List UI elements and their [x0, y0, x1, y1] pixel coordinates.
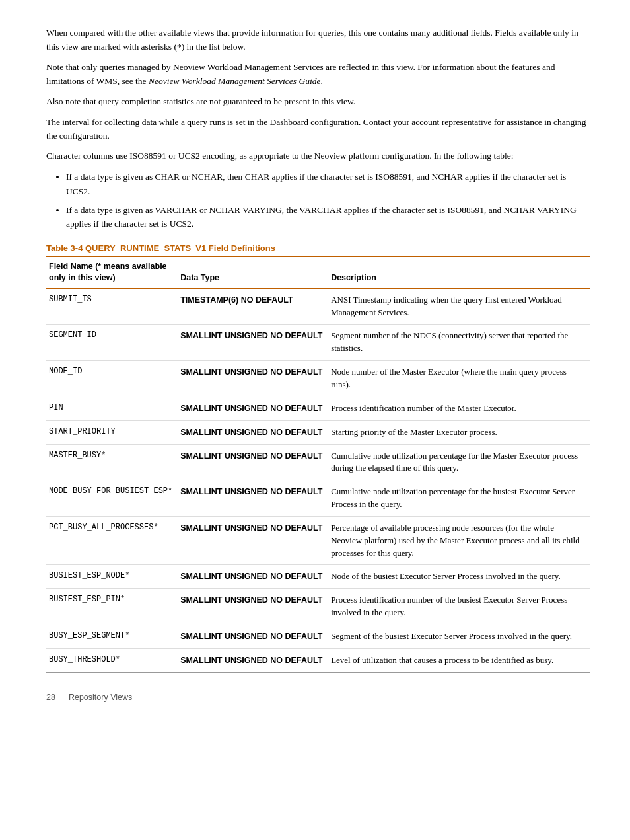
data-type-cell: SMALLINT UNSIGNED NO DEFAULT	[178, 397, 328, 420]
field-name-cell: PCT_BUSY_ALL_PROCESSES*	[46, 516, 178, 565]
description-cell: ANSI Timestamp indicating when the query…	[328, 288, 590, 325]
data-type-cell: SMALLINT UNSIGNED NO DEFAULT	[178, 325, 328, 361]
field-name-cell: NODE_BUSY_FOR_BUSIEST_ESP*	[46, 480, 178, 517]
table-heading: Table 3-4 QUERY_RUNTIME_STATS_V1 Field D…	[46, 243, 590, 253]
field-name-cell: START_PRIORITY	[46, 420, 178, 444]
table-row: NODE_IDSMALLINT UNSIGNED NO DEFAULTNode …	[46, 361, 590, 397]
col1-header: Field Name (* means available only in th…	[46, 256, 178, 289]
intro-para2-end: .	[320, 76, 322, 86]
data-type-cell: SMALLINT UNSIGNED NO DEFAULT	[178, 480, 328, 517]
description-cell: Node of the busiest Executor Server Proc…	[328, 565, 590, 589]
description-cell: Node number of the Master Executor (wher…	[328, 361, 590, 397]
footer-label: Repository Views	[69, 693, 132, 702]
field-name-cell: BUSIEST_ESP_NODE*	[46, 565, 178, 589]
description-cell: Level of utilization that causes a proce…	[328, 648, 590, 672]
field-name-cell: BUSIEST_ESP_PIN*	[46, 589, 178, 625]
description-cell: Process identification number of the bus…	[328, 589, 590, 625]
description-cell: Starting priority of the Master Executor…	[328, 420, 590, 444]
description-cell: Cumulative node utilization percentage f…	[328, 480, 590, 517]
table-row: START_PRIORITYSMALLINT UNSIGNED NO DEFAU…	[46, 420, 590, 444]
table-row: PCT_BUSY_ALL_PROCESSES*SMALLINT UNSIGNED…	[46, 516, 590, 565]
table-row: PINSMALLINT UNSIGNED NO DEFAULTProcess i…	[46, 397, 590, 420]
data-type-cell: SMALLINT UNSIGNED NO DEFAULT	[178, 444, 328, 480]
data-type-cell: SMALLINT UNSIGNED NO DEFAULT	[178, 565, 328, 589]
data-type-cell: SMALLINT UNSIGNED NO DEFAULT	[178, 361, 328, 397]
field-name-cell: SUBMIT_TS	[46, 288, 178, 325]
field-name-cell: PIN	[46, 397, 178, 420]
field-name-cell: MASTER_BUSY*	[46, 444, 178, 480]
table-row: BUSIEST_ESP_NODE*SMALLINT UNSIGNED NO DE…	[46, 565, 590, 589]
description-cell: Segment of the busiest Executor Server P…	[328, 625, 590, 648]
data-type-cell: TIMESTAMP(6) NO DEFAULT	[178, 288, 328, 325]
description-cell: Cumulative node utilization percentage f…	[328, 444, 590, 480]
bullet-list: If a data type is given as CHAR or NCHAR…	[66, 170, 590, 231]
intro-para4: The interval for collecting data while a…	[46, 116, 590, 143]
field-name-cell: SEGMENT_ID	[46, 325, 178, 361]
col3-header: Description	[328, 256, 590, 289]
intro-para5: Character columns use ISO88591 or UCS2 e…	[46, 149, 590, 163]
intro-italic: Neoview Workload Management Services Gui…	[149, 76, 320, 86]
page-number: 28	[46, 693, 55, 702]
table-header-row: Field Name (* means available only in th…	[46, 256, 590, 289]
intro-para2: Note that only queries managed by Neovie…	[46, 61, 590, 89]
description-cell: Process identification number of the Mas…	[328, 397, 590, 420]
field-name-cell: BUSY_THRESHOLD*	[46, 648, 178, 672]
table-row: BUSIEST_ESP_PIN*SMALLINT UNSIGNED NO DEF…	[46, 589, 590, 625]
table-body: SUBMIT_TSTIMESTAMP(6) NO DEFAULTANSI Tim…	[46, 288, 590, 672]
table-row: BUSY_ESP_SEGMENT*SMALLINT UNSIGNED NO DE…	[46, 625, 590, 648]
bullet-item-1: If a data type is given as CHAR or NCHAR…	[66, 170, 590, 198]
data-type-cell: SMALLINT UNSIGNED NO DEFAULT	[178, 625, 328, 648]
data-type-cell: SMALLINT UNSIGNED NO DEFAULT	[178, 516, 328, 565]
intro-para1: When compared with the other available v…	[46, 26, 590, 54]
field-name-cell: BUSY_ESP_SEGMENT*	[46, 625, 178, 648]
intro-para3: Also note that query completion statisti…	[46, 95, 590, 109]
table-row: SUBMIT_TSTIMESTAMP(6) NO DEFAULTANSI Tim…	[46, 288, 590, 325]
table-row: NODE_BUSY_FOR_BUSIEST_ESP*SMALLINT UNSIG…	[46, 480, 590, 517]
data-type-cell: SMALLINT UNSIGNED NO DEFAULT	[178, 420, 328, 444]
footer: 28 Repository Views	[46, 693, 590, 702]
description-cell: Segment number of the NDCS (connectivity…	[328, 325, 590, 361]
field-name-cell: NODE_ID	[46, 361, 178, 397]
table-row: BUSY_THRESHOLD*SMALLINT UNSIGNED NO DEFA…	[46, 648, 590, 672]
table-row: SEGMENT_IDSMALLINT UNSIGNED NO DEFAULTSe…	[46, 325, 590, 361]
col2-header: Data Type	[178, 256, 328, 289]
data-type-cell: SMALLINT UNSIGNED NO DEFAULT	[178, 648, 328, 672]
table-row: MASTER_BUSY*SMALLINT UNSIGNED NO DEFAULT…	[46, 444, 590, 480]
field-definitions-table: Field Name (* means available only in th…	[46, 256, 590, 673]
data-type-cell: SMALLINT UNSIGNED NO DEFAULT	[178, 589, 328, 625]
bullet-item-2: If a data type is given as VARCHAR or NC…	[66, 203, 590, 231]
description-cell: Percentage of available processing node …	[328, 516, 590, 565]
